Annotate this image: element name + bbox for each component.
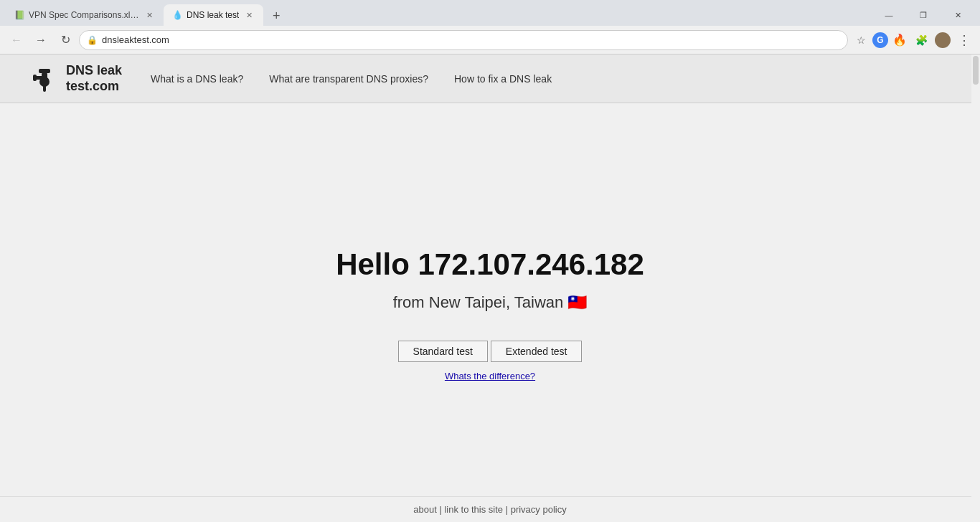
tab-dns[interactable]: 💧 DNS leak test ✕ [164,4,263,26]
forward-icon: → [35,34,47,47]
address-bar[interactable]: 🔒 dnsleaktest.com [79,30,848,50]
reload-button[interactable]: ↻ [55,29,76,51]
new-tab-button[interactable]: + [266,6,286,26]
extended-test-button[interactable]: Extended test [491,341,583,362]
fire-extension-button[interactable]: 🔥 [890,30,910,50]
site-logo[interactable]: DNS leak test.com [29,63,122,95]
svg-rect-3 [43,85,46,92]
tab-spreadsheet[interactable]: 📗 VPN Spec Comparisons.xlsx - Go ✕ [6,4,164,26]
scrollbar-thumb[interactable] [973,56,979,85]
nav-links: What is a DNS leak? What are transparent… [151,73,552,85]
forward-button[interactable]: → [30,29,52,51]
browser-chrome: 📗 VPN Spec Comparisons.xlsx - Go ✕ 💧 DNS… [0,0,980,54]
tab-spreadsheet-favicon: 📗 [14,10,24,20]
tab-dns-close[interactable]: ✕ [243,9,255,21]
footer-text: about | link to this site | privacy poli… [413,504,566,515]
site-body: DNS leak test.com What is a DNS leak? Wh… [0,54,980,522]
site-footer: about | link to this site | privacy poli… [0,496,980,522]
test-buttons: Standard test Extended test [398,341,583,362]
tab-dns-title: DNS leak test [187,10,239,20]
main-content: Hello 172.107.246.182 from New Taipei, T… [0,103,980,496]
nav-link-how-to-fix[interactable]: How to fix a DNS leak [454,73,552,85]
profile-icon [935,32,951,48]
tabs-row: 📗 VPN Spec Comparisons.xlsx - Go ✕ 💧 DNS… [0,0,980,26]
back-button[interactable]: ← [6,29,27,51]
logo-line2: test.com [66,79,119,93]
close-button[interactable]: ✕ [941,4,974,26]
menu-button[interactable]: ⋮ [954,30,974,50]
scrollbar-track[interactable] [971,54,980,522]
tab-spreadsheet-close[interactable]: ✕ [143,9,155,21]
google-extension-button[interactable]: G [872,32,888,48]
maximize-button[interactable]: ❐ [907,4,940,26]
svg-rect-5 [33,75,37,81]
svg-rect-0 [39,69,50,73]
tab-dns-favicon: 💧 [172,10,182,20]
logo-text: DNS leak test.com [66,63,122,94]
toolbar: ← → ↻ 🔒 dnsleaktest.com ☆ G 🔥 🧩 ⋮ [0,26,980,54]
nav-link-what-is-dns[interactable]: What is a DNS leak? [151,73,243,85]
logo-line1: DNS leak [66,63,122,77]
lock-icon: 🔒 [87,35,98,45]
logo-icon [29,63,60,95]
reload-icon: ↻ [61,33,70,47]
extensions-icon: 🧩 [915,34,928,46]
bookmark-button[interactable]: ☆ [851,30,871,50]
address-text: dnsleaktest.com [102,34,169,45]
standard-test-button[interactable]: Standard test [398,341,488,362]
page-wrapper: DNS leak test.com What is a DNS leak? Wh… [0,54,980,522]
location-text: from New Taipei, Taiwan 🇹🇼 [393,293,588,312]
extensions-button[interactable]: 🧩 [911,30,931,50]
menu-icon: ⋮ [958,32,971,48]
bookmark-icon: ☆ [857,34,866,46]
site-nav: DNS leak test.com What is a DNS leak? Wh… [0,54,980,103]
toolbar-actions: ☆ G 🔥 🧩 ⋮ [851,30,974,50]
nav-link-transparent-proxies[interactable]: What are transparent DNS proxies? [269,73,428,85]
tab-spreadsheet-title: VPN Spec Comparisons.xlsx - Go [29,10,139,20]
hello-heading: Hello 172.107.246.182 [336,247,644,282]
window-controls: — ❐ ✕ [872,4,974,26]
whats-difference-link[interactable]: Whats the difference? [445,371,535,381]
minimize-button[interactable]: — [872,4,905,26]
back-icon: ← [11,34,22,47]
profile-button[interactable] [933,30,953,50]
